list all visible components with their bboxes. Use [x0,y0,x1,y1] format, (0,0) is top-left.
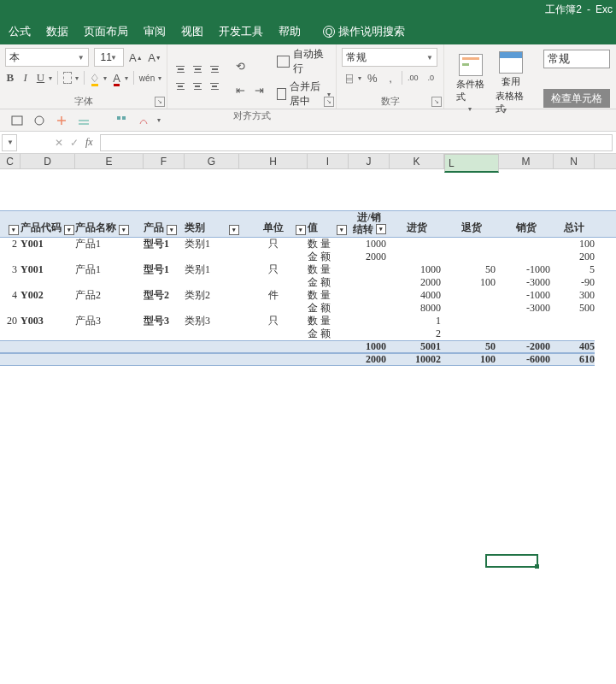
tab-view[interactable]: 视图 [181,24,203,39]
tab-help[interactable]: 帮助 [279,24,301,39]
table-row: 金 额2000100-3000-90 [0,276,595,289]
font-dialog-launcher[interactable]: ↘ [155,97,165,107]
filter-button[interactable]: ▾ [337,225,347,235]
col-E[interactable]: E [75,154,144,168]
decrease-indent[interactable]: ⇤ [232,82,248,97]
bold-button[interactable]: B [5,70,15,86]
totals-row: 1000500150-2000405 [0,340,595,353]
fx-icon[interactable]: fx [85,136,93,149]
col-D[interactable]: D [21,154,75,168]
qat-icon-3[interactable] [55,114,68,127]
group-font: 本▼ 11▼ A▲ A▼ B I U▾ ▾ ♢▾ A▾ wén▾ 字体 ↘ [0,44,167,109]
align-bottom[interactable] [207,62,222,77]
svg-point-1 [35,116,44,125]
column-headers: C D E F G H I J K L M N [0,154,616,169]
qat-icon-5[interactable] [114,114,128,127]
tab-data[interactable]: 数据 [46,24,68,39]
filter-button[interactable]: ▾ [376,224,386,234]
merge-center-button[interactable]: 合并后居中▾ [277,80,331,109]
tab-formula[interactable]: 公式 [9,24,31,39]
col-M[interactable]: M [499,154,554,168]
fill-color-button[interactable]: ♢ [90,70,100,86]
col-L[interactable]: L [444,154,499,173]
active-cell[interactable] [485,554,538,568]
table-row: 金 额2000200 [0,251,595,263]
wrap-icon [277,56,290,68]
number-format-select[interactable]: 常规▼ [342,48,437,67]
comma-button[interactable]: , [383,70,397,86]
conditional-format-button[interactable]: 条件格式▾ [456,54,485,113]
align-dialog-launcher[interactable]: ↘ [324,97,334,107]
col-H[interactable]: H [239,154,308,168]
format-as-table-button[interactable]: 套用 表格格式▾ [496,51,526,115]
table-row: 3Y001产品1型号1类别1只数 量100050-10005 [0,263,595,276]
col-G[interactable]: G [185,154,239,168]
underline-button[interactable]: U [36,70,46,86]
table-row: 20Y003产品3型号3类别3只数 量1 [0,315,595,327]
svg-rect-3 [122,116,126,120]
table-row: 金 额2 [0,327,595,340]
col-N[interactable]: N [554,154,595,168]
increase-decimal[interactable]: .00 [406,70,420,86]
align-middle[interactable] [190,62,205,77]
table-row: 4Y002产品2型号2类别2件数 量4000-1000300 [0,289,595,302]
decrease-decimal[interactable]: .0 [424,70,438,86]
increase-font-icon[interactable]: A▲ [129,50,143,65]
align-left[interactable] [173,79,188,94]
font-size-select[interactable]: 11▼ [94,48,124,67]
tab-dev[interactable]: 开发工具 [219,24,263,39]
font-color-button[interactable]: A [112,70,122,86]
accounting-button[interactable]: ⌸ [342,70,356,86]
filter-button[interactable]: ▾ [119,225,129,235]
tab-layout[interactable]: 页面布局 [84,24,128,39]
col-K[interactable]: K [390,154,444,168]
phonetic-button[interactable]: wén [139,70,155,86]
wrap-text-button[interactable]: 自动换行 [277,47,331,76]
enter-icon[interactable]: ✓ [70,137,79,149]
tell-me[interactable]: Q 操作说明搜索 [323,24,405,39]
qat-icon-4[interactable] [77,114,91,127]
check-cell-button[interactable]: 检查单元格 [543,89,610,108]
table-row: 2Y001产品1型号1类别1只数 量1000100 [0,238,595,251]
align-right[interactable] [207,79,222,94]
align-center[interactable] [190,79,205,94]
style-search[interactable]: 常规 [543,50,610,68]
filter-button[interactable]: ▾ [167,225,177,235]
filter-button[interactable]: ▾ [229,225,239,235]
align-top[interactable] [173,62,188,77]
group-styles: 条件格式▾ 套用 表格格式▾ [444,44,538,109]
group-number: 常规▼ ⌸▾ % , .00 .0 数字 ↘ [337,44,444,109]
filter-button[interactable]: ▾ [64,225,74,235]
col-F[interactable]: F [144,154,185,168]
ribbon: 本▼ 11▼ A▲ A▼ B I U▾ ▾ ♢▾ A▾ wén▾ 字体 ↘ [0,44,616,109]
table-header-row: ▾ 产品代码▾ 产品名称▾ 产品▾ 类别▾ 单位▾ 值▾ 进/销结转▾ 进货 退… [0,210,616,238]
cancel-icon[interactable]: ✕ [55,137,63,149]
qat-more[interactable]: ▾ [157,116,161,124]
tab-review[interactable]: 审阅 [144,24,166,39]
col-C[interactable]: C [0,154,21,168]
svg-rect-2 [117,116,120,120]
number-dialog-launcher[interactable]: ↘ [431,97,442,107]
formula-bar: ▼ ✕ ✓ fx [0,132,616,154]
app-name: Exc [595,3,613,15]
orientation-button[interactable]: ⟲ [232,58,248,74]
filter-button[interactable]: ▾ [296,225,306,235]
italic-button[interactable]: I [21,70,31,86]
percent-button[interactable]: % [365,70,379,86]
filter-button[interactable]: ▾ [9,225,19,235]
col-I[interactable]: I [308,154,349,168]
increase-indent[interactable]: ⇥ [251,82,267,97]
qat-icon-2[interactable] [32,114,46,127]
name-box[interactable]: ▼ [2,134,17,151]
qat-icon-6[interactable] [137,114,150,127]
ribbon-tabs: 公式 数据 页面布局 审阅 视图 开发工具 帮助 Q 操作说明搜索 [0,19,616,44]
col-J[interactable]: J [349,154,390,168]
border-button[interactable] [63,72,72,84]
merge-icon [277,88,286,100]
formula-input[interactable] [100,134,613,151]
decrease-font-icon[interactable]: A▼ [148,50,161,65]
font-name-select[interactable]: 本▼ [5,48,89,67]
conditional-format-icon [459,54,483,76]
qat-icon-1[interactable] [10,114,24,127]
workbook-title: 工作簿2 [545,3,582,17]
